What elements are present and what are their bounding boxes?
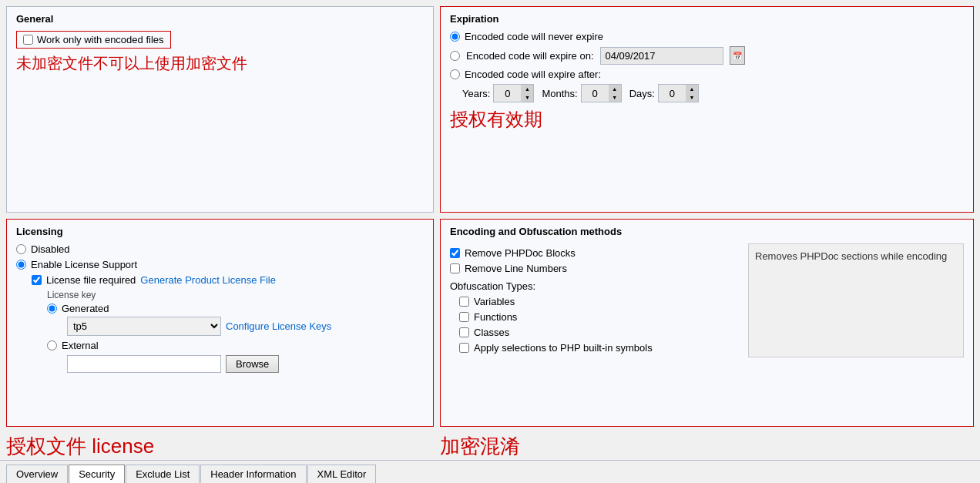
enable-license-radio[interactable] [16, 260, 26, 270]
classes-checkbox[interactable] [459, 327, 469, 337]
generate-license-link[interactable]: Generate Product License File [140, 274, 276, 286]
generated-dropdown[interactable]: tp5 [67, 317, 221, 336]
external-radio-row: External [47, 340, 424, 351]
generated-label[interactable]: Generated [62, 303, 109, 314]
license-required-checkbox[interactable] [32, 275, 42, 285]
expire-never-row: Encoded code will never expire [450, 31, 964, 42]
general-annotation: 未加密文件不可以上使用加密文件 [16, 53, 424, 74]
date-picker-button[interactable]: 📅 [730, 46, 745, 65]
expire-never-label[interactable]: Encoded code will never expire [465, 31, 603, 42]
work-only-encoded-checkbox[interactable] [23, 35, 33, 45]
generated-radio-row: Generated [47, 303, 424, 314]
expire-after-radio[interactable] [450, 69, 460, 79]
license-required-row: License file required Generate Product L… [32, 274, 424, 286]
months-label: Months: [542, 88, 577, 99]
months-spinbox: ▲ ▼ [581, 84, 622, 102]
variables-label[interactable]: Variables [474, 296, 515, 307]
external-radio[interactable] [47, 340, 57, 351]
variables-checkbox[interactable] [459, 297, 469, 307]
expire-after-fields: Years: ▲ ▼ Months: ▲ [462, 84, 964, 102]
expire-on-row: Encoded code will expire on: 📅 [450, 46, 964, 65]
tab-bar: Overview Security Exclude List Header In… [0, 460, 980, 483]
encoding-title: Encoding and Obfuscation methods [450, 226, 964, 237]
disabled-label[interactable]: Disabled [31, 243, 70, 255]
apply-builtin-row: Apply selections to PHP built-in symbols [459, 342, 742, 354]
browse-button[interactable]: Browse [226, 355, 279, 373]
external-input-row: Browse [47, 355, 424, 373]
external-label[interactable]: External [62, 340, 99, 351]
tab-header-information[interactable]: Header Information [200, 465, 306, 483]
main-area: General Work only with encoded files 未加密… [0, 0, 980, 483]
expire-date-input[interactable] [600, 47, 723, 65]
years-up-button[interactable]: ▲ [521, 85, 533, 93]
tab-exclude-list[interactable]: Exclude List [126, 465, 200, 483]
top-panels: General Work only with encoded files 未加密… [0, 0, 980, 219]
disabled-row: Disabled [16, 243, 424, 255]
lineno-checkbox[interactable] [450, 263, 460, 273]
expire-never-radio[interactable] [450, 32, 460, 42]
classes-label[interactable]: Classes [474, 327, 509, 338]
years-field: Years: ▲ ▼ [462, 84, 534, 102]
licensing-title: Licensing [16, 226, 424, 237]
licensing-annotation: 授权文件 license [6, 433, 434, 460]
phpdoc-label[interactable]: Remove PHPDoc Blocks [465, 247, 576, 259]
years-input[interactable] [494, 86, 521, 101]
work-only-encoded-label[interactable]: Work only with encoded files [37, 34, 164, 45]
enable-license-label[interactable]: Enable License Support [31, 259, 137, 270]
encoding-help-text: Removes PHPDoc sections while encoding [748, 243, 964, 357]
lineno-label[interactable]: Remove Line Numbers [465, 263, 567, 274]
lineno-row: Remove Line Numbers [450, 263, 742, 274]
days-up-button[interactable]: ▲ [686, 85, 698, 93]
expiration-title: Expiration [450, 13, 964, 25]
expire-on-label[interactable]: Encoded code will expire on: [466, 50, 594, 62]
generated-controls-row: tp5 Configure License Keys [47, 317, 424, 336]
tab-security[interactable]: Security [69, 465, 125, 483]
months-up-button[interactable]: ▲ [609, 85, 621, 93]
functions-label[interactable]: Functions [474, 311, 517, 323]
generated-radio[interactable] [47, 304, 57, 314]
tab-xml-editor[interactable]: XML Editor [307, 465, 377, 483]
license-required-label[interactable]: License file required [46, 274, 136, 286]
months-field: Months: ▲ ▼ [542, 84, 621, 102]
obfuscation-title: Obfuscation Types: [450, 280, 742, 292]
days-label: Days: [629, 88, 655, 99]
configure-license-link[interactable]: Configure License Keys [226, 320, 331, 332]
expire-after-row: Encoded code will expire after: [450, 69, 964, 80]
enable-license-row: Enable License Support [16, 259, 424, 270]
disabled-radio[interactable] [16, 244, 26, 254]
expire-after-label[interactable]: Encoded code will expire after: [465, 69, 601, 80]
months-down-button[interactable]: ▼ [609, 93, 621, 102]
months-spin-buttons: ▲ ▼ [609, 85, 621, 102]
bottom-panels: Licensing Disabled Enable License Suppor… [0, 219, 980, 433]
months-input[interactable] [582, 86, 609, 101]
expiration-panel: Expiration Encoded code will never expir… [440, 6, 974, 213]
tab-overview[interactable]: Overview [6, 465, 68, 483]
general-panel: General Work only with encoded files 未加密… [6, 6, 434, 213]
licensing-annotation-text: 授权文件 license [6, 434, 154, 458]
phpdoc-checkbox[interactable] [450, 248, 460, 258]
apply-builtin-label[interactable]: Apply selections to PHP built-in symbols [474, 342, 653, 354]
variables-row: Variables [459, 296, 742, 307]
functions-checkbox[interactable] [459, 312, 469, 322]
phpdoc-row: Remove PHPDoc Blocks [450, 247, 742, 259]
license-key-title: License key [47, 290, 424, 300]
years-label: Years: [462, 88, 490, 99]
days-down-button[interactable]: ▼ [686, 93, 698, 102]
external-path-input[interactable] [67, 355, 221, 373]
encoding-annotation-text: 加密混淆 [440, 434, 520, 458]
expire-on-radio[interactable] [450, 51, 460, 61]
years-spin-buttons: ▲ ▼ [521, 85, 533, 102]
apply-builtin-checkbox[interactable] [459, 343, 469, 353]
days-input[interactable] [659, 86, 686, 101]
expiration-annotation: 授权有效期 [450, 107, 964, 132]
obfuscation-items: Variables Functions Classes [459, 296, 742, 354]
general-title: General [16, 13, 424, 25]
encoding-left: Remove PHPDoc Blocks Remove Line Numbers… [450, 243, 742, 357]
years-spinbox: ▲ ▼ [493, 84, 534, 102]
years-down-button[interactable]: ▼ [521, 93, 533, 102]
days-spin-buttons: ▲ ▼ [686, 85, 698, 102]
license-indent: License file required Generate Product L… [32, 274, 424, 373]
obfuscation-section: Obfuscation Types: Variables Functions [450, 280, 742, 354]
work-only-encoded-wrapper: Work only with encoded files [16, 31, 171, 49]
days-spinbox: ▲ ▼ [658, 84, 699, 102]
